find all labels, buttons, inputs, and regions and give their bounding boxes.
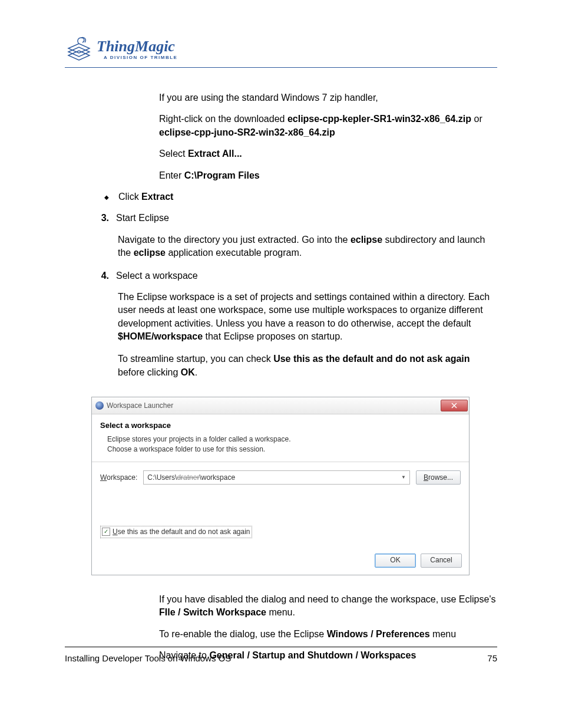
workspace-label: Workspace: <box>100 473 137 483</box>
dialog-heading: Select a workspace <box>100 420 461 431</box>
text: Navigate to the directory you just extra… <box>118 235 351 245</box>
text: . <box>195 367 197 377</box>
eclipse-icon <box>95 401 104 410</box>
cancel-button[interactable]: Cancel <box>421 554 462 568</box>
text: Right-click on the downloaded <box>159 114 287 124</box>
logo: ThingMagic A DIVISION OF TRIMBLE <box>65 35 177 64</box>
step-3: 3. Start Eclipse <box>97 212 497 225</box>
step-3-body: Navigate to the directory you just extra… <box>118 233 497 260</box>
paragraph: If you are using the standard Windows 7 … <box>159 91 497 104</box>
text: menu <box>430 629 456 639</box>
paragraph: If you have disabled the dialog and need… <box>159 593 497 620</box>
paragraph: Enter C:\Program Files <box>159 169 497 182</box>
dialog-desc-line: Eclipse stores your projects in a folder… <box>107 434 461 444</box>
text: Select <box>159 149 188 159</box>
paragraph: Right-click on the downloaded eclipse-cp… <box>159 113 497 139</box>
menu-path-text: Windows / Preferences <box>327 629 430 639</box>
logo-subtitle: A DIVISION OF TRIMBLE <box>97 55 177 60</box>
bullet-text: Click Extract <box>118 190 173 203</box>
button-name-text: Extract <box>141 192 173 202</box>
page-footer: Installing Developer Tools on Windows OS… <box>65 647 497 663</box>
page-number: 75 <box>487 653 497 663</box>
logo-icon <box>65 35 93 64</box>
default-checkbox-row[interactable]: ✓ Use this as the default and do not ask… <box>100 526 252 538</box>
checkbox-label: Use this as the default and do not ask a… <box>113 527 250 537</box>
option-text: Use this as the default and do not ask a… <box>273 354 470 364</box>
button-name-text: OK <box>181 367 195 377</box>
dialog-header: Select a workspace Eclipse stores your p… <box>92 414 469 462</box>
step-title: Select a workspace <box>116 269 198 282</box>
dialog-titlebar: Workspace Launcher <box>92 397 469 414</box>
appname: eclipse <box>134 248 166 258</box>
text: To re-enable the dialog, use the Eclipse <box>159 629 327 639</box>
workspace-value: C:\Users\dratner\workspace <box>147 473 235 483</box>
text: or <box>471 114 482 124</box>
workspace-combo[interactable]: C:\Users\dratner\workspace ▼ <box>143 470 410 485</box>
dirname: eclipse <box>351 235 382 245</box>
text: The Eclipse workspace is a set of projec… <box>118 292 490 328</box>
step-4: 4. Select a workspace <box>97 269 497 282</box>
footer-title: Installing Developer Tools on Windows OS <box>65 653 231 663</box>
ok-button[interactable]: OK <box>375 554 416 568</box>
bullet-marker: ◆ <box>104 190 108 203</box>
step-4-body-2: To streamline startup, you can check Use… <box>118 353 497 379</box>
text: If you have disabled the dialog and need… <box>159 594 495 604</box>
logo-name: ThingMagic <box>97 39 177 54</box>
step-number: 3. <box>97 212 109 225</box>
text: application executable program. <box>166 248 302 258</box>
filename: eclipse-cpp-juno-SR2-win32-x86_64.zip <box>159 127 335 137</box>
chevron-down-icon[interactable]: ▼ <box>401 474 406 480</box>
dialog-desc-line: Choose a workspace folder to use for thi… <box>107 444 461 454</box>
step-title: Start Eclipse <box>116 212 169 225</box>
dialog-footer: OK Cancel <box>92 549 469 575</box>
text: Click <box>118 192 141 202</box>
text: menu. <box>266 607 295 617</box>
bullet-item: ◆ Click Extract <box>104 190 497 203</box>
filename: eclipse-cpp-kepler-SR1-win32-x86_64.zip <box>287 114 471 124</box>
browse-button[interactable]: Browse... <box>416 470 461 485</box>
menu-path-text: FIle / Switch Workspace <box>159 607 266 617</box>
path-text: C:\Program Files <box>184 170 260 180</box>
step-4-body-1: The Eclipse workspace is a set of projec… <box>118 291 497 344</box>
paragraph: Select Extract All... <box>159 147 497 160</box>
main-content: If you are using the standard Windows 7 … <box>65 91 497 662</box>
step-number: 4. <box>97 269 109 282</box>
menu-item-text: Extract All... <box>188 149 242 159</box>
text: that Eclipse proposes on startup. <box>203 331 342 341</box>
checkbox-checked-icon[interactable]: ✓ <box>102 528 110 536</box>
dialog-body: Workspace: C:\Users\dratner\workspace ▼ … <box>92 462 469 549</box>
close-icon <box>451 403 457 409</box>
path-text: $HOME/workspace <box>118 331 203 341</box>
text: To streamline startup, you can check <box>118 354 273 364</box>
dialog-title-text: Workspace Launcher <box>107 401 173 411</box>
text: Enter <box>159 170 184 180</box>
workspace-launcher-dialog: Workspace Launcher Select a workspace Ec… <box>91 397 470 575</box>
paragraph: To re-enable the dialog, use the Eclipse… <box>159 628 497 641</box>
text: before clicking <box>118 367 181 377</box>
page-header: ThingMagic A DIVISION OF TRIMBLE <box>65 35 497 68</box>
close-button[interactable] <box>441 400 468 411</box>
